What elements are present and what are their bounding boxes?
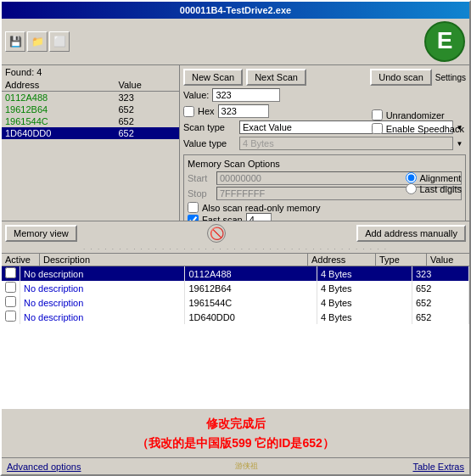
- main-area: Found: 4 Address Value 0112A488 323 1961…: [2, 65, 469, 221]
- memory-view-button[interactable]: Memory view: [5, 225, 77, 242]
- hex-checkbox[interactable]: [183, 106, 194, 117]
- address-result-cell: 0112A488: [185, 266, 317, 281]
- fast-scan-input[interactable]: [246, 213, 272, 221]
- scan-type-label: Scan type: [183, 122, 236, 132]
- open-button[interactable]: 📁: [27, 31, 48, 52]
- value-label: Value:: [183, 90, 209, 100]
- active-checkbox[interactable]: [5, 282, 16, 293]
- add-address-button[interactable]: Add address manually: [356, 225, 466, 242]
- value-result-cell: 652: [412, 310, 468, 324]
- unrandomizer-label: Unrandomizer: [386, 110, 445, 120]
- value-header: Value: [427, 254, 469, 266]
- type-cell: 4 Bytes: [317, 266, 412, 281]
- toolbar: 💾 📁 ⬜ E: [2, 19, 469, 65]
- description-cell: No description: [20, 310, 185, 324]
- stop-label: Stop: [188, 188, 213, 199]
- dots-separator: · · · · · · · · · · · · · · · · · · · · …: [2, 245, 469, 253]
- chinese-line1: 修改完成后: [10, 414, 461, 433]
- results-area: Active Description Address Type Value No…: [2, 253, 469, 409]
- value-cell: 652: [115, 104, 179, 115]
- value-result-cell: 323: [412, 266, 468, 281]
- save-button[interactable]: 💾: [5, 31, 25, 52]
- bottom-buttons: Memory view 🚫 Add address manually: [2, 221, 469, 245]
- address-header: Address: [308, 254, 376, 266]
- new-button[interactable]: ⬜: [49, 31, 70, 52]
- also-scan-label: Also scan read-only memory: [202, 203, 320, 213]
- last-digits-label: Last digits: [419, 184, 462, 194]
- settings-link[interactable]: Settings: [435, 73, 466, 82]
- title-bar: 000011B4-TestDrive2.exe: [2, 2, 469, 19]
- window-title: 000011B4-TestDrive2.exe: [180, 5, 291, 15]
- value-type-select[interactable]: 4 Bytes: [239, 137, 466, 150]
- logo-area: E: [423, 20, 466, 63]
- results-table-row[interactable]: No description 1961544C 4 Bytes 652: [2, 295, 469, 310]
- next-scan-button[interactable]: Next Scan: [246, 69, 306, 86]
- watermark: 游侠祖: [235, 461, 258, 472]
- start-label: Start: [188, 173, 213, 183]
- main-window: 000011B4-TestDrive2.exe 💾 📁 ⬜ E Found: 4…: [0, 0, 471, 476]
- type-cell: 4 Bytes: [317, 281, 412, 295]
- description-cell: No description: [20, 281, 185, 295]
- value-result-cell: 652: [412, 295, 468, 310]
- cheat-engine-logo: E: [423, 20, 466, 63]
- address-result-cell: 1961544C: [185, 295, 317, 310]
- value-result-cell: 652: [412, 281, 468, 295]
- address-table-row[interactable]: 0112A488 323: [2, 92, 179, 104]
- alignment-label: Alignment: [419, 173, 461, 183]
- description-cell: No description: [20, 266, 185, 281]
- active-cell: [2, 295, 20, 310]
- fast-scan-checkbox[interactable]: [188, 215, 199, 221]
- speedhack-label: Enable Speedhack: [386, 124, 464, 134]
- address-cell: 1D640DD0: [2, 127, 115, 139]
- description-header: Description: [40, 254, 308, 266]
- results-table-row[interactable]: No description 1D640DD0 4 Bytes 652: [2, 310, 469, 324]
- unrandomizer-row: Unrandomizer: [372, 109, 464, 120]
- active-checkbox[interactable]: [5, 311, 16, 322]
- hex-input[interactable]: [218, 104, 269, 118]
- alignment-radio-row: Alignment: [406, 172, 462, 183]
- new-scan-button[interactable]: New Scan: [183, 69, 243, 86]
- value-cell: 323: [115, 92, 179, 104]
- unrandomizer-checkbox[interactable]: [372, 109, 383, 120]
- memory-scan-options: Memory Scan Options Start Stop Also scan…: [183, 154, 466, 221]
- right-checkboxes: Unrandomizer Enable Speedhack: [372, 109, 464, 134]
- hex-label: Hex: [198, 106, 215, 116]
- found-label: Found: 4: [2, 65, 179, 79]
- results-table-row[interactable]: No description 0112A488 4 Bytes 323: [2, 266, 469, 281]
- also-scan-checkbox[interactable]: [188, 202, 199, 213]
- address-table-row[interactable]: 19612B64 652: [2, 104, 179, 115]
- type-cell: 4 Bytes: [317, 310, 412, 324]
- table-extras-link[interactable]: Table Extras: [412, 462, 464, 472]
- address-table-row[interactable]: 1961544C 652: [2, 115, 179, 127]
- value-cell: 652: [115, 127, 179, 139]
- address-result-cell: 19612B64: [185, 281, 317, 295]
- svg-text:E: E: [437, 27, 453, 53]
- address-cell: 1961544C: [2, 115, 115, 127]
- stop-icon[interactable]: 🚫: [207, 224, 226, 243]
- chinese-annotation: 修改完成后 （我改的是中国版599 它的ID是652）: [2, 409, 469, 457]
- advanced-options-link[interactable]: Advanced options: [7, 462, 81, 472]
- value-cell: 652: [115, 115, 179, 127]
- address-col-header: Address: [2, 79, 115, 92]
- active-header: Active: [2, 254, 40, 266]
- fast-scan-label: Fast scan: [202, 215, 243, 221]
- type-cell: 4 Bytes: [317, 295, 412, 310]
- active-checkbox[interactable]: [5, 296, 16, 307]
- last-digits-radio-row: Last digits: [406, 183, 462, 194]
- speedhack-checkbox[interactable]: [372, 123, 383, 134]
- results-table: No description 0112A488 4 Bytes 323 No d…: [2, 266, 469, 324]
- address-table-row[interactable]: 1D640DD0 652: [2, 127, 179, 139]
- center-icons: 🚫: [207, 224, 226, 243]
- active-checkbox[interactable]: [5, 267, 16, 278]
- speedhack-row: Enable Speedhack: [372, 123, 464, 134]
- undo-scan-button[interactable]: Undo scan: [370, 69, 432, 86]
- last-digits-radio[interactable]: [406, 183, 417, 194]
- active-cell: [2, 310, 20, 324]
- active-cell: [2, 266, 20, 281]
- value-input[interactable]: [212, 88, 280, 102]
- results-table-row[interactable]: No description 19612B64 4 Bytes 652: [2, 281, 469, 295]
- chinese-line2: （我改的是中国版599 它的ID是652）: [10, 434, 461, 452]
- alignment-radio[interactable]: [406, 172, 417, 183]
- left-panel: Found: 4 Address Value 0112A488 323 1961…: [2, 65, 180, 221]
- value-type-row: Value type 4 Bytes ▼: [183, 137, 466, 150]
